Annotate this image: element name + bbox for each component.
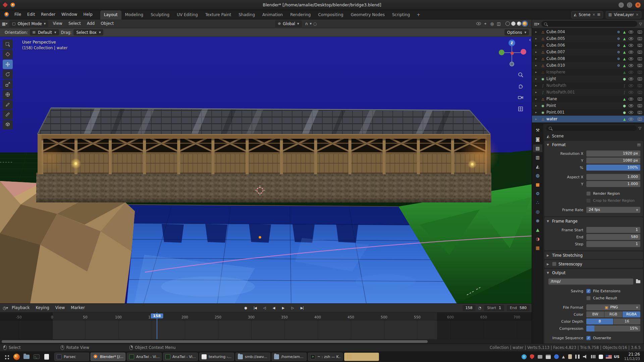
timeline-scrollbar[interactable] <box>2 340 428 343</box>
timeline-menu-keying[interactable]: Keying <box>33 303 52 312</box>
expand-icon[interactable]: ▸ <box>535 77 540 80</box>
shading-material-button[interactable] <box>517 21 521 26</box>
hide-viewport-icon[interactable] <box>627 44 635 47</box>
add-cube-tool[interactable] <box>3 120 13 129</box>
shading-solid-button[interactable] <box>511 21 516 26</box>
security-tray-icon[interactable] <box>530 354 534 359</box>
hide-viewport-icon[interactable] <box>627 118 635 121</box>
viewport-menu-view[interactable]: View <box>50 19 65 28</box>
properties-tab-material[interactable]: ◑ <box>533 235 542 243</box>
resolution-x-field[interactable]: 1920 px <box>586 150 640 157</box>
camera-view-icon[interactable] <box>516 93 525 102</box>
modifier-wrench-icon[interactable]: ⚙ <box>616 57 622 61</box>
hide-viewport-icon[interactable] <box>627 57 635 60</box>
expand-icon[interactable]: ▸ <box>535 117 540 121</box>
disable-render-icon[interactable] <box>635 37 642 40</box>
jump-start-button[interactable]: |◀ <box>251 306 259 310</box>
expand-icon[interactable]: ▸ <box>535 111 540 114</box>
close-button[interactable]: × <box>635 2 641 8</box>
move-tool[interactable] <box>3 60 13 69</box>
printer-tray-icon[interactable] <box>546 355 551 359</box>
expand-icon[interactable]: ▸ <box>535 50 540 54</box>
hide-viewport-icon[interactable] <box>627 98 635 101</box>
frame-end-field[interactable]: 580 <box>586 234 640 240</box>
outliner-item-light[interactable]: ▸◉Light● <box>532 75 644 82</box>
disable-render-icon[interactable] <box>635 77 642 80</box>
stereoscopy-checkbox[interactable] <box>552 262 556 266</box>
volume-tray-icon[interactable] <box>583 355 588 359</box>
gizmo-negative-axis[interactable] <box>509 62 514 66</box>
properties-tab-view-layer[interactable]: ▥ <box>533 154 542 161</box>
modifier-wrench-icon[interactable]: ⚙ <box>616 30 622 34</box>
viewport-menu-add[interactable]: Add <box>84 19 98 28</box>
show-gizmos-button[interactable]: ＋ <box>482 20 489 27</box>
tool-options-dropdown[interactable]: Options ▾ <box>504 29 529 36</box>
disable-render-icon[interactable] <box>635 51 642 54</box>
maximize-button[interactable]: □ <box>627 2 632 8</box>
show-overlays-button[interactable]: ◎ <box>489 20 495 27</box>
mode-selector[interactable]: ▢ Object Mode ▾ <box>9 20 48 27</box>
selectability-dropdown[interactable] <box>475 20 482 27</box>
auto-key-button[interactable]: ● <box>241 306 250 310</box>
cursor-tool[interactable] <box>3 50 13 59</box>
orientation-dropdown[interactable]: ⊞ Default ▾ <box>30 29 59 36</box>
format-panel-header[interactable]: ▼ Format ▤ <box>544 141 643 148</box>
workspace-tab-sculpting[interactable]: Sculpting <box>147 10 173 19</box>
expand-icon[interactable]: ▸ <box>535 30 540 34</box>
properties-tab-object[interactable]: ■ <box>533 181 542 188</box>
taskbar-window-texturing[interactable]: texturing -... <box>199 353 234 361</box>
properties-tab-physics[interactable]: ◎ <box>533 208 542 216</box>
disable-render-icon[interactable] <box>635 104 642 107</box>
properties-tab-scene[interactable]: ◭ <box>533 163 542 170</box>
expand-icon[interactable]: ▸ <box>535 97 540 101</box>
new-workspace-button[interactable]: + <box>414 10 423 19</box>
file-extensions-checkbox[interactable]: File Extensions <box>586 289 640 293</box>
cache-result-checkbox[interactable]: Cache Result <box>586 296 640 300</box>
browser-launcher[interactable] <box>12 352 21 361</box>
frame-start-input[interactable]: Start1 <box>484 305 504 311</box>
outliner-item-cube-004[interactable]: ▸△Cube.004⚙▲ <box>532 28 644 35</box>
disable-render-icon[interactable] <box>635 98 642 101</box>
overwrite-checkbox[interactable]: Overwrite <box>586 336 640 340</box>
hide-viewport-icon[interactable] <box>627 77 635 80</box>
workspace-tab-animation[interactable]: Animation <box>259 10 286 19</box>
rotate-tool[interactable] <box>3 70 13 79</box>
clipboard-tray-icon[interactable] <box>568 354 572 359</box>
outliner-item-cube-006[interactable]: ▸△Cube.006⚙▲ <box>532 42 644 49</box>
transform-tool[interactable] <box>3 90 13 99</box>
frame-end-input[interactable]: End580 <box>507 305 530 311</box>
shading-rendered-button[interactable] <box>523 21 527 26</box>
editor-type-icon[interactable]: ▦▾ <box>1 20 8 27</box>
notifications-tray-icon[interactable] <box>599 355 603 359</box>
measure-tool[interactable] <box>3 110 13 119</box>
properties-filter-icon[interactable]: ▽ <box>639 126 641 130</box>
terminal-launcher[interactable]: ›_ <box>32 352 41 361</box>
crop-render-region-checkbox[interactable]: Crop to Render Region <box>586 198 640 203</box>
properties-tab-constraints[interactable]: ⊗ <box>533 217 542 225</box>
topbar-menu-window[interactable]: Window <box>58 10 80 19</box>
timeline-menu-view[interactable]: View <box>52 303 68 312</box>
frame-start-field[interactable]: 1 <box>586 227 640 233</box>
taskbar-window-anatwi-vi[interactable]: AnaTwi - Vi... <box>127 353 162 361</box>
color-rgba-button[interactable]: RGBA <box>623 311 640 317</box>
xray-toggle[interactable]: ◫ <box>495 20 502 27</box>
time-stretching-panel-header[interactable]: ▶ Time Stretching <box>544 251 643 259</box>
properties-tab-output[interactable]: ▤ <box>533 144 542 152</box>
next-keyframe-button[interactable]: ▷ <box>288 306 297 310</box>
topbar-menu-file[interactable]: File <box>11 10 24 19</box>
outliner-item-point-001[interactable]: ▸◉Point.001● <box>532 109 644 116</box>
scale-tool[interactable] <box>3 80 13 89</box>
workspace-tab-rendering[interactable]: Rendering <box>286 10 314 19</box>
expand-icon[interactable]: ▸ <box>535 44 540 47</box>
hide-viewport-icon[interactable] <box>627 31 635 34</box>
shading-wireframe-button[interactable] <box>505 21 510 26</box>
workspace-tab-geometry-nodes[interactable]: Geometry Nodes <box>347 10 388 19</box>
modifier-wrench-icon[interactable]: ⚙ <box>616 37 622 41</box>
drag-dropdown[interactable]: Select Box ▾ <box>73 29 103 36</box>
modifier-wrench-icon[interactable]: ⚙ <box>616 64 622 67</box>
orthographic-toggle-icon[interactable] <box>516 105 525 113</box>
properties-tab-tool[interactable]: ⚒ <box>533 126 542 134</box>
pan-hand-icon[interactable] <box>516 82 525 90</box>
blender-logo-icon[interactable] <box>3 11 10 18</box>
outliner-display-mode-icon[interactable]: ▤▾ <box>534 22 539 26</box>
